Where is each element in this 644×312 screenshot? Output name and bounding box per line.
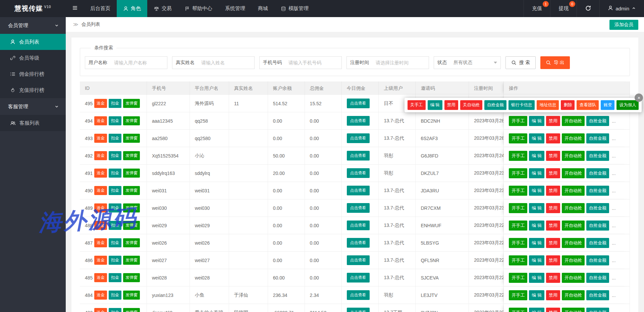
view-commission-button[interactable]: 点击查看: [347, 308, 370, 312]
row-quick-button-2[interactable]: 发弹窗: [123, 151, 140, 160]
row-action-button-0[interactable]: 开手工: [509, 133, 527, 143]
row-action-button-3[interactable]: 开自动抢: [562, 255, 585, 265]
popup-action-button-9[interactable]: 账变: [601, 100, 614, 110]
row-action-button-0[interactable]: 开手工: [509, 238, 527, 248]
more-actions[interactable]: ...: [612, 118, 616, 124]
row-action-button-2[interactable]: 禁用: [546, 255, 560, 265]
row-action-button-4[interactable]: 自抢金额: [586, 168, 609, 178]
more-actions[interactable]: ...: [612, 188, 616, 193]
view-commission-button[interactable]: 点击查看: [347, 273, 370, 283]
status-select[interactable]: 所有状态: [450, 57, 500, 69]
row-quick-button-0[interactable]: 送金: [94, 221, 107, 230]
row-action-button-3[interactable]: 开自动抢: [562, 186, 585, 196]
more-actions[interactable]: ...: [612, 240, 616, 246]
more-actions[interactable]: ...: [612, 293, 616, 298]
row-quick-button-1[interactable]: 扣金: [109, 273, 121, 282]
row-action-button-1[interactable]: 编 辑: [529, 273, 544, 283]
row-quick-button-2[interactable]: 发弹窗: [123, 238, 140, 247]
view-commission-button[interactable]: 点击查看: [347, 238, 370, 248]
row-action-button-1[interactable]: 编 辑: [529, 255, 544, 265]
row-action-button-4[interactable]: 自抢金额: [586, 221, 609, 231]
nav-item-0[interactable]: 后台首页: [84, 0, 117, 17]
popup-action-button-4[interactable]: 自抢金额: [484, 100, 506, 110]
row-quick-button-2[interactable]: 发弹窗: [123, 256, 140, 265]
row-quick-button-1[interactable]: 扣金: [109, 134, 121, 143]
row-quick-button-0[interactable]: 送金: [94, 308, 107, 312]
row-action-button-2[interactable]: 禁用: [546, 221, 560, 231]
more-actions[interactable]: ...: [612, 275, 616, 280]
withdraw-link[interactable]: 提现 0: [550, 0, 577, 17]
row-quick-button-0[interactable]: 送金: [94, 151, 107, 160]
sidebar-item-会员列表[interactable]: 会员列表: [0, 34, 66, 50]
row-action-button-0[interactable]: 开手工: [509, 116, 527, 126]
view-commission-button[interactable]: 点击查看: [347, 186, 370, 195]
row-quick-button-0[interactable]: 送金: [94, 99, 107, 108]
row-quick-button-0[interactable]: 送金: [94, 186, 107, 195]
row-action-button-2[interactable]: 禁用: [546, 308, 560, 312]
row-quick-button-2[interactable]: 发弹窗: [123, 116, 140, 125]
view-commission-button[interactable]: 点击查看: [347, 221, 370, 230]
row-quick-button-2[interactable]: 发弹窗: [123, 308, 140, 312]
row-action-button-2[interactable]: 禁用: [546, 290, 560, 300]
more-actions[interactable]: ...: [612, 223, 616, 228]
row-action-button-4[interactable]: 自抢金额: [586, 133, 609, 143]
row-quick-button-0[interactable]: 送金: [94, 238, 107, 247]
nav-item-2[interactable]: 交易: [147, 0, 178, 17]
row-action-button-3[interactable]: 开自动抢: [562, 221, 585, 231]
export-button[interactable]: 导 出: [540, 56, 570, 69]
more-actions[interactable]: ...: [612, 310, 616, 312]
nav-item-1[interactable]: 角色: [117, 0, 147, 17]
view-commission-button[interactable]: 点击查看: [347, 99, 370, 108]
row-action-button-4[interactable]: 自抢金额: [586, 255, 609, 265]
collapse-menu-button[interactable]: [66, 0, 84, 17]
row-action-button-4[interactable]: 自抢金额: [586, 308, 609, 312]
row-quick-button-0[interactable]: 送金: [94, 273, 107, 282]
row-action-button-4[interactable]: 自抢金额: [586, 238, 609, 248]
row-action-button-4[interactable]: 自抢金额: [586, 151, 609, 161]
row-quick-button-1[interactable]: 扣金: [109, 99, 121, 108]
row-quick-button-2[interactable]: 发弹窗: [123, 291, 140, 300]
nav-item-6[interactable]: 模版管理: [274, 0, 315, 17]
row-quick-button-1[interactable]: 扣金: [109, 186, 121, 195]
row-quick-button-0[interactable]: 送金: [94, 256, 107, 265]
view-commission-button[interactable]: 点击查看: [347, 116, 370, 126]
row-action-button-1[interactable]: 编 辑: [529, 290, 544, 300]
popup-action-button-10[interactable]: 设为假人: [616, 100, 639, 110]
row-action-button-3[interactable]: 开自动抢: [562, 116, 585, 126]
row-action-button-2[interactable]: 禁用: [546, 273, 560, 283]
row-action-button-1[interactable]: 编 辑: [529, 116, 544, 126]
row-action-button-0[interactable]: 开手工: [509, 186, 527, 196]
row-quick-button-0[interactable]: 送金: [94, 134, 107, 143]
search-button[interactable]: 搜 索: [505, 56, 536, 69]
nav-item-4[interactable]: 系统管理: [219, 0, 252, 17]
row-action-button-1[interactable]: 编 辑: [529, 133, 544, 143]
view-commission-button[interactable]: 点击查看: [347, 203, 370, 213]
row-action-button-0[interactable]: 开手工: [509, 168, 527, 178]
row-action-button-1[interactable]: 编 辑: [529, 308, 544, 312]
more-actions[interactable]: ...: [612, 258, 616, 263]
more-actions[interactable]: ...: [612, 153, 616, 159]
row-quick-button-2[interactable]: 发弹窗: [123, 99, 140, 108]
row-action-button-3[interactable]: 开自动抢: [562, 151, 585, 161]
search-input-0[interactable]: [111, 57, 167, 69]
row-quick-button-1[interactable]: 扣金: [109, 116, 121, 125]
popup-action-button-5[interactable]: 银行卡信息: [508, 100, 535, 110]
row-action-button-3[interactable]: 开自动抢: [562, 308, 585, 312]
row-quick-button-0[interactable]: 送金: [94, 169, 107, 178]
popup-action-button-8[interactable]: 查看团队: [577, 100, 599, 110]
row-action-button-3[interactable]: 开自动抢: [562, 290, 585, 300]
row-quick-button-2[interactable]: 发弹窗: [123, 169, 140, 178]
row-quick-button-2[interactable]: 发弹窗: [123, 273, 140, 282]
popup-action-button-2[interactable]: 禁用: [444, 100, 458, 110]
row-action-button-3[interactable]: 开自动抢: [562, 203, 585, 213]
row-action-button-2[interactable]: 禁用: [546, 168, 560, 178]
more-actions[interactable]: ...: [612, 205, 616, 211]
popup-action-button-7[interactable]: 删除: [561, 100, 575, 110]
sidebar-item-充值排行榜[interactable]: 充值排行榜: [0, 82, 66, 98]
nav-item-5[interactable]: 商城: [252, 0, 274, 17]
row-quick-button-2[interactable]: 发弹窗: [123, 134, 140, 143]
row-action-button-2[interactable]: 禁用: [546, 151, 560, 161]
refresh-button[interactable]: [577, 0, 599, 17]
row-action-button-4[interactable]: 自抢金额: [586, 116, 609, 126]
more-actions[interactable]: ...: [612, 171, 616, 176]
